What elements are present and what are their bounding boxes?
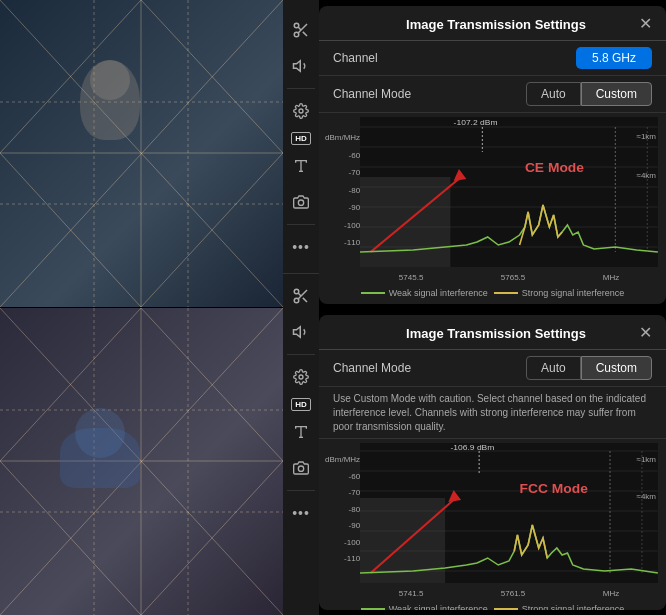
panel-bottom-header: Image Transmission Settings ✕: [319, 315, 666, 350]
legend-strong-line: [494, 292, 518, 294]
svg-line-17: [141, 308, 283, 461]
x-label-2-bottom: 5761.5: [501, 589, 525, 598]
marker-4km-top: ≈4km: [636, 171, 656, 180]
y-label-bottom: dBm/MHz: [325, 455, 360, 464]
svg-text:-107.2 dBm: -107.2 dBm: [454, 118, 498, 127]
divider-4: [287, 490, 315, 491]
svg-marker-39: [294, 327, 301, 338]
scissors-icon-2[interactable]: [283, 278, 319, 314]
chart-legend-bottom: Weak signal interference Strong signal i…: [319, 602, 666, 610]
svg-line-5: [141, 0, 283, 153]
channel-mode-btn-group-bottom: Auto Custom: [526, 356, 652, 380]
channel-mode-row: Channel Mode Auto Custom: [319, 76, 666, 113]
channel-label: Channel: [333, 51, 576, 65]
svg-line-6: [0, 153, 141, 307]
chart-legend-top: Weak signal interference Strong signal i…: [319, 286, 666, 302]
legend-weak-line-bottom: [361, 608, 385, 610]
svg-point-30: [299, 109, 303, 113]
marker-1km-top: ≈1km: [636, 132, 656, 141]
divider-1: [287, 88, 315, 89]
legend-weak-line: [361, 292, 385, 294]
custom-button-bottom[interactable]: Custom: [581, 356, 652, 380]
svg-point-43: [298, 466, 303, 471]
svg-line-2: [0, 0, 283, 307]
y-label-top: dBm/MHz: [325, 133, 360, 142]
channel-mode-label: Channel Mode: [333, 87, 526, 101]
panel-top-header: Image Transmission Settings ✕: [319, 6, 666, 41]
x-unit-top: MHz: [603, 273, 619, 282]
panel-bottom: Image Transmission Settings ✕ Channel Mo…: [319, 315, 666, 610]
hd-badge: HD: [291, 132, 311, 145]
channel-mode-btn-group: Auto Custom: [526, 82, 652, 106]
chart-svg-bottom: -106.9 dBm FCC Mode: [360, 443, 658, 583]
chart-area-top: dBm/MHz -60 -70 -80 -90 -100 -110: [319, 113, 666, 286]
panel-top-close-button[interactable]: ✕: [639, 16, 652, 32]
channel-mode-label-bottom: Channel Mode: [333, 361, 526, 375]
svg-text:FCC Mode: FCC Mode: [520, 481, 588, 496]
svg-line-7: [141, 153, 283, 307]
svg-line-14: [0, 308, 283, 615]
camera-view-bottom: [0, 308, 283, 615]
panel-bottom-title: Image Transmission Settings: [353, 326, 639, 341]
camera-icon-2[interactable]: [283, 450, 319, 486]
more-options-icon-2[interactable]: •••: [283, 495, 319, 531]
auto-button-top[interactable]: Auto: [526, 82, 581, 106]
chart-svg-top: -107.2 dBm CE Mode: [360, 117, 658, 267]
panel-top-title: Image Transmission Settings: [353, 17, 639, 32]
speaker-icon-2[interactable]: [283, 314, 319, 350]
svg-point-35: [294, 298, 299, 303]
font-icon[interactable]: [283, 148, 319, 184]
custom-button-top[interactable]: Custom: [581, 82, 652, 106]
auto-button-bottom[interactable]: Auto: [526, 356, 581, 380]
warning-text: Use Custom Mode with caution. Select cha…: [319, 387, 666, 439]
sidebar: HD •••: [283, 0, 319, 615]
channel-mode-row-bottom: Channel Mode Auto Custom: [319, 350, 666, 387]
svg-text:CE Mode: CE Mode: [525, 160, 584, 175]
legend-weak-top: Weak signal interference: [361, 288, 488, 298]
svg-point-25: [294, 32, 299, 37]
panel-bottom-close-button[interactable]: ✕: [639, 325, 652, 341]
svg-line-3: [0, 0, 283, 307]
svg-text:-106.9 dBm: -106.9 dBm: [451, 443, 495, 452]
hd-badge-2: HD: [291, 398, 311, 411]
legend-strong-bottom: Strong signal interference: [494, 604, 625, 610]
svg-line-38: [298, 293, 301, 296]
svg-point-34: [294, 289, 299, 294]
divider-2: [287, 224, 315, 225]
svg-line-37: [303, 298, 307, 302]
more-options-icon[interactable]: •••: [283, 229, 319, 265]
svg-point-33: [298, 200, 303, 205]
panel-top: Image Transmission Settings ✕ Channel 5.…: [319, 6, 666, 304]
x-label-1-top: 5745.5: [399, 273, 423, 282]
x-label-1-bottom: 5741.5: [399, 589, 423, 598]
scissors-icon[interactable]: [283, 12, 319, 48]
settings-icon[interactable]: [283, 93, 319, 129]
svg-point-40: [299, 375, 303, 379]
legend-weak-bottom: Weak signal interference: [361, 604, 488, 610]
font-icon-2[interactable]: [283, 414, 319, 450]
legend-strong-line-bottom: [494, 608, 518, 610]
chart-area-bottom: dBm/MHz -60 -70 -80 -90 -100 -110: [319, 439, 666, 602]
svg-line-27: [303, 32, 307, 36]
svg-point-24: [294, 23, 299, 28]
x-label-2-top: 5765.5: [501, 273, 525, 282]
svg-line-19: [141, 461, 283, 615]
svg-line-28: [298, 27, 301, 30]
svg-marker-29: [294, 61, 301, 72]
marker-1km-bottom: ≈1km: [636, 455, 656, 464]
camera-view-top: [0, 0, 283, 307]
divider-3: [287, 354, 315, 355]
channel-row: Channel 5.8 GHz: [319, 41, 666, 76]
legend-strong-top: Strong signal interference: [494, 288, 625, 298]
marker-4km-bottom: ≈4km: [636, 492, 656, 501]
x-unit-bottom: MHz: [603, 589, 619, 598]
camera-icon[interactable]: [283, 184, 319, 220]
channel-value-button[interactable]: 5.8 GHz: [576, 47, 652, 69]
settings-icon-2[interactable]: [283, 359, 319, 395]
speaker-icon[interactable]: [283, 48, 319, 84]
svg-line-15: [0, 308, 283, 615]
